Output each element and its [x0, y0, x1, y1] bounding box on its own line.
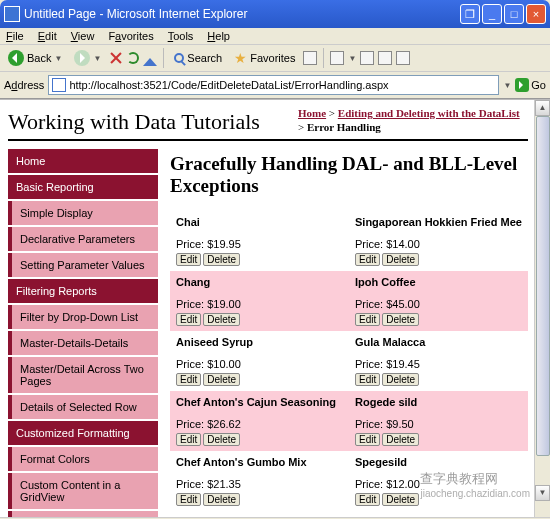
address-bar: Address http://localhost:3521/Code/EditD… — [0, 72, 550, 99]
delete-button[interactable]: Delete — [203, 433, 240, 446]
product-name: Rogede sild — [355, 396, 522, 408]
delete-button[interactable]: Delete — [382, 313, 419, 326]
address-dropdown[interactable]: ▼ — [503, 81, 511, 90]
chevron-down-icon[interactable]: ▼ — [54, 54, 62, 63]
address-url: http://localhost:3521/Code/EditDeleteDat… — [69, 79, 388, 91]
product-name: Spegesild — [355, 456, 522, 468]
scroll-up-button[interactable]: ▲ — [535, 100, 550, 116]
ie-icon — [4, 6, 20, 22]
back-icon — [8, 50, 24, 66]
star-icon: ★ — [234, 50, 247, 66]
search-label: Search — [187, 52, 222, 64]
menu-favorites[interactable]: Favorites — [108, 30, 153, 42]
stop-icon[interactable] — [109, 51, 123, 65]
product-price: Price: $21.35 — [176, 478, 343, 490]
go-label: Go — [531, 79, 546, 91]
forward-icon — [74, 50, 90, 66]
delete-button[interactable]: Delete — [382, 373, 419, 386]
mail-icon[interactable] — [330, 51, 344, 65]
tile-button[interactable]: ❐ — [460, 4, 480, 24]
nav-setting-parameter-values[interactable]: Setting Parameter Values — [8, 253, 158, 277]
delete-button[interactable]: Delete — [382, 253, 419, 266]
search-icon — [174, 53, 184, 63]
nav-master-detail-two-pages[interactable]: Master/Detail Across Two Pages — [8, 357, 158, 393]
delete-button[interactable]: Delete — [203, 493, 240, 506]
history-icon[interactable] — [303, 51, 317, 65]
product-item: Chef Anton's Gumbo MixPrice: $21.35EditD… — [170, 451, 349, 511]
nav-details-selected-row[interactable]: Details of Selected Row — [8, 395, 158, 419]
edit-button[interactable]: Edit — [176, 313, 201, 326]
product-name: Chef Anton's Gumbo Mix — [176, 456, 343, 468]
nav-format-colors[interactable]: Format Colors — [8, 447, 158, 471]
content-viewport: Working with Data Tutorials Home > Editi… — [0, 99, 550, 517]
edit-button[interactable]: Edit — [355, 433, 380, 446]
delete-button[interactable]: Delete — [382, 433, 419, 446]
edit-button[interactable]: Edit — [355, 493, 380, 506]
search-button[interactable]: Search — [170, 50, 226, 66]
product-name: Chang — [176, 276, 343, 288]
go-button[interactable]: Go — [515, 78, 546, 92]
nav-filter-dropdown[interactable]: Filter by Drop-Down List — [8, 305, 158, 329]
maximize-button[interactable]: □ — [504, 4, 524, 24]
product-item: SpegesildPrice: $12.00EditDelete — [349, 451, 528, 511]
nav-custom-content-gridview[interactable]: Custom Content in a GridView — [8, 473, 158, 509]
close-button[interactable]: × — [526, 4, 546, 24]
nav-custom-content-detailsview[interactable]: Custom Content in a — [8, 511, 158, 517]
chevron-down-icon[interactable]: ▼ — [93, 54, 101, 63]
window-titlebar: Untitled Page - Microsoft Internet Explo… — [0, 0, 550, 28]
messenger-icon[interactable] — [396, 51, 410, 65]
product-item: ChangPrice: $19.00EditDelete — [170, 271, 349, 331]
forward-button[interactable]: ▼ — [70, 48, 105, 68]
print-icon[interactable] — [360, 51, 374, 65]
edit-button[interactable]: Edit — [355, 373, 380, 386]
scroll-down-button[interactable]: ▼ — [535, 485, 550, 501]
menu-tools[interactable]: Tools — [168, 30, 194, 42]
edit-button[interactable]: Edit — [176, 433, 201, 446]
home-icon[interactable] — [143, 51, 157, 66]
nav-customized-formatting[interactable]: Customized Formatting — [8, 421, 158, 445]
product-price: Price: $26.62 — [176, 418, 343, 430]
edit-button[interactable]: Edit — [176, 493, 201, 506]
vertical-scrollbar[interactable]: ▲ ▼ — [534, 100, 550, 517]
delete-button[interactable]: Delete — [382, 493, 419, 506]
scroll-thumb[interactable] — [536, 116, 550, 456]
delete-button[interactable]: Delete — [203, 373, 240, 386]
back-button[interactable]: Back ▼ — [4, 48, 66, 68]
product-name: Aniseed Syrup — [176, 336, 343, 348]
nav-filtering-reports[interactable]: Filtering Reports — [8, 279, 158, 303]
menu-file[interactable]: File — [6, 30, 24, 42]
breadcrumb-section[interactable]: Editing and Deleting with the DataList — [338, 107, 520, 119]
chevron-down-icon[interactable]: ▼ — [348, 54, 356, 63]
menu-help[interactable]: Help — [207, 30, 230, 42]
delete-button[interactable]: Delete — [203, 253, 240, 266]
product-price: Price: $12.00 — [355, 478, 522, 490]
product-name: Singaporean Hokkien Fried Mee — [355, 216, 522, 228]
nav-home[interactable]: Home — [8, 149, 158, 173]
edit-button[interactable]: Edit — [176, 373, 201, 386]
editpage-icon[interactable] — [378, 51, 392, 65]
nav-master-details-details[interactable]: Master-Details-Details — [8, 331, 158, 355]
menu-view[interactable]: View — [71, 30, 95, 42]
menu-edit[interactable]: Edit — [38, 30, 57, 42]
back-label: Back — [27, 52, 51, 64]
page-icon — [52, 78, 66, 92]
favorites-label: Favorites — [250, 52, 295, 64]
edit-button[interactable]: Edit — [355, 313, 380, 326]
nav-declarative-parameters[interactable]: Declarative Parameters — [8, 227, 158, 251]
nav-basic-reporting[interactable]: Basic Reporting — [8, 175, 158, 199]
refresh-icon[interactable] — [127, 52, 139, 64]
delete-button[interactable]: Delete — [203, 313, 240, 326]
product-name: Chef Anton's Cajun Seasoning — [176, 396, 343, 408]
address-input[interactable]: http://localhost:3521/Code/EditDeleteDat… — [48, 75, 499, 95]
product-price: Price: $10.00 — [176, 358, 343, 370]
favorites-button[interactable]: ★ Favorites — [230, 48, 299, 68]
sidebar-nav: Home Basic Reporting Simple Display Decl… — [8, 147, 158, 517]
separator — [323, 48, 324, 68]
nav-simple-display[interactable]: Simple Display — [8, 201, 158, 225]
edit-button[interactable]: Edit — [355, 253, 380, 266]
product-name: Gula Malacca — [355, 336, 522, 348]
minimize-button[interactable]: _ — [482, 4, 502, 24]
menu-bar: File Edit View Favorites Tools Help — [0, 28, 550, 45]
edit-button[interactable]: Edit — [176, 253, 201, 266]
breadcrumb-home[interactable]: Home — [298, 107, 326, 119]
